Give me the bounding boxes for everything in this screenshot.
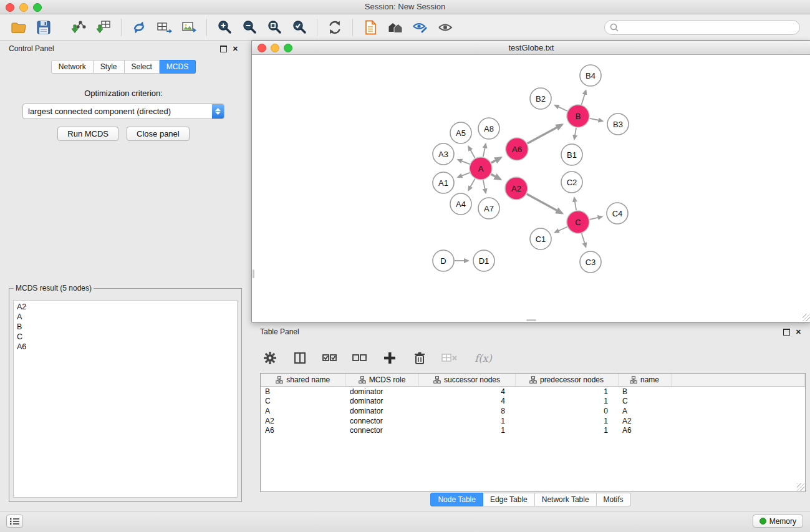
table-cell[interactable]: dominator xyxy=(345,397,418,407)
table-cell[interactable]: 4 xyxy=(418,397,515,407)
graph-edge-A2-C[interactable] xyxy=(527,194,562,213)
window-titlebar[interactable]: Session: New Session xyxy=(0,0,810,14)
graph-edge-A-A3[interactable] xyxy=(458,160,470,164)
graph-edge-A6-B[interactable] xyxy=(528,125,562,143)
table-resize-grip[interactable] xyxy=(797,483,804,491)
table-row[interactable]: Bdominator41B xyxy=(261,387,805,397)
graph-edge-B-B2[interactable] xyxy=(555,105,567,111)
graph-node-A6[interactable]: A6 xyxy=(506,138,528,160)
table-cell[interactable]: A xyxy=(261,406,345,416)
tab-select[interactable]: Select xyxy=(125,60,160,74)
graph-node-C4[interactable]: C4 xyxy=(607,203,628,224)
optimization-criterion-dropdown[interactable]: largest connected component (directed) xyxy=(22,104,224,119)
graph-edge-A-A8[interactable] xyxy=(483,144,486,157)
table-settings-button[interactable] xyxy=(261,349,279,367)
table-cell[interactable]: A6 xyxy=(261,425,345,435)
show-panels-button[interactable] xyxy=(6,515,23,528)
column-header-predecessor-nodes[interactable]: predecessor nodes xyxy=(515,374,618,387)
memory-button[interactable]: Memory xyxy=(753,515,803,528)
graph-node-A4[interactable]: A4 xyxy=(450,193,471,215)
table-row[interactable]: A2connector11A2 xyxy=(261,416,805,426)
network-canvas[interactable]: B4B2BB3A5A8A6B1A3AC2A1A2A4A7CC4C1C3DD1 xyxy=(252,55,809,321)
table-cell[interactable]: B xyxy=(618,387,671,397)
table-cell[interactable]: A xyxy=(618,406,671,416)
result-item[interactable]: A6 xyxy=(14,342,237,352)
show-column-button[interactable] xyxy=(291,349,309,367)
network-window-titlebar[interactable]: testGlobe.txt xyxy=(252,41,810,55)
minimize-window-button[interactable] xyxy=(19,3,28,12)
table-row[interactable]: Adominator80A xyxy=(261,406,805,416)
graph-node-C2[interactable]: C2 xyxy=(561,172,582,193)
select-all-button[interactable] xyxy=(321,349,339,367)
table-cell[interactable]: dominator xyxy=(345,387,418,397)
graph-node-B[interactable]: B xyxy=(567,105,589,127)
table-cell[interactable]: 1 xyxy=(418,416,515,426)
graph-edge-C-C3[interactable] xyxy=(582,233,586,247)
graph-edge-B-B4[interactable] xyxy=(582,90,586,105)
graph-edge-B-B1[interactable] xyxy=(574,128,576,140)
horizontal-scrollbar-thumb[interactable] xyxy=(526,319,536,321)
table-cell[interactable]: B xyxy=(261,387,345,397)
zoom-out-button[interactable] xyxy=(237,17,262,38)
graph-edge-A-A6[interactable] xyxy=(491,158,501,163)
graph-node-A8[interactable]: A8 xyxy=(478,118,499,139)
table-row[interactable]: Cdominator41C xyxy=(261,397,805,407)
graph-edge-A-A4[interactable] xyxy=(468,179,475,191)
graph-node-A7[interactable]: A7 xyxy=(478,198,499,219)
table-cell[interactable]: connector xyxy=(345,416,418,426)
graph-node-D1[interactable]: D1 xyxy=(473,250,494,271)
table-tab-motifs[interactable]: Motifs xyxy=(597,493,631,506)
graph-node-A1[interactable]: A1 xyxy=(433,172,454,193)
zoom-window-button[interactable] xyxy=(33,3,42,12)
graph-node-C1[interactable]: C1 xyxy=(530,228,551,249)
graph-node-A5[interactable]: A5 xyxy=(450,122,471,143)
add-column-button[interactable] xyxy=(381,349,398,367)
graph-edge-B-B3[interactable] xyxy=(590,118,603,121)
graph-edge-A-A7[interactable] xyxy=(483,180,486,193)
zoom-in-button[interactable] xyxy=(212,17,237,38)
function-builder-button[interactable]: f(x) xyxy=(471,349,496,367)
show-details-button[interactable] xyxy=(433,17,458,38)
table-cell[interactable]: 4 xyxy=(418,387,515,397)
graph-edge-C-C1[interactable] xyxy=(555,227,567,233)
import-table-button[interactable] xyxy=(91,17,116,38)
table-cell[interactable]: A6 xyxy=(618,425,671,435)
open-session-button[interactable] xyxy=(6,17,31,38)
graph-node-B3[interactable]: B3 xyxy=(607,114,629,135)
table-cell[interactable]: 8 xyxy=(418,406,515,416)
zoom-fit-button[interactable] xyxy=(262,17,287,38)
table-row[interactable]: A6connector11A6 xyxy=(261,425,805,435)
import-network-button[interactable] xyxy=(66,17,91,38)
run-mcds-button[interactable]: Run MCDS xyxy=(57,127,118,141)
export-table-button[interactable] xyxy=(152,17,176,38)
deselect-all-button[interactable] xyxy=(351,349,369,367)
table-tab-network-table[interactable]: Network Table xyxy=(535,493,597,506)
graph-node-C[interactable]: C xyxy=(567,211,589,233)
table-cell[interactable]: A2 xyxy=(261,416,345,426)
network-view-window[interactable]: testGlobe.txt B4B2BB3A5A8A6B1A3AC2A1A2A4… xyxy=(251,41,810,322)
float-panel-icon[interactable] xyxy=(220,46,227,52)
column-header-name[interactable]: name xyxy=(618,374,671,387)
table-cell[interactable]: 0 xyxy=(515,406,618,416)
refresh-button[interactable] xyxy=(322,17,347,38)
graph-edge-A-A5[interactable] xyxy=(468,147,475,158)
graph-node-B4[interactable]: B4 xyxy=(580,65,601,86)
table-tab-edge-table[interactable]: Edge Table xyxy=(483,493,535,506)
open-document-button[interactable] xyxy=(358,17,383,38)
network-minimize-button[interactable] xyxy=(271,44,279,52)
hide-details-button[interactable] xyxy=(408,17,433,38)
column-header-successor-nodes[interactable]: successor nodes xyxy=(418,374,515,387)
home-button[interactable] xyxy=(383,17,408,38)
table-tab-node-table[interactable]: Node Table xyxy=(430,493,483,506)
result-item[interactable]: B xyxy=(14,322,237,332)
mcds-result-list[interactable]: A2ABCA6 xyxy=(13,300,238,498)
zoom-selected-button[interactable] xyxy=(287,17,312,38)
table-cell[interactable]: 1 xyxy=(515,425,618,435)
vertical-scrollbar-thumb[interactable] xyxy=(253,269,254,278)
search-box[interactable] xyxy=(604,20,800,35)
tab-style[interactable]: Style xyxy=(94,60,125,74)
delete-column-button[interactable] xyxy=(411,349,428,367)
search-input[interactable] xyxy=(622,22,794,32)
table-cell[interactable]: C xyxy=(618,397,671,407)
column-header-MCDS-role[interactable]: MCDS role xyxy=(345,374,418,387)
